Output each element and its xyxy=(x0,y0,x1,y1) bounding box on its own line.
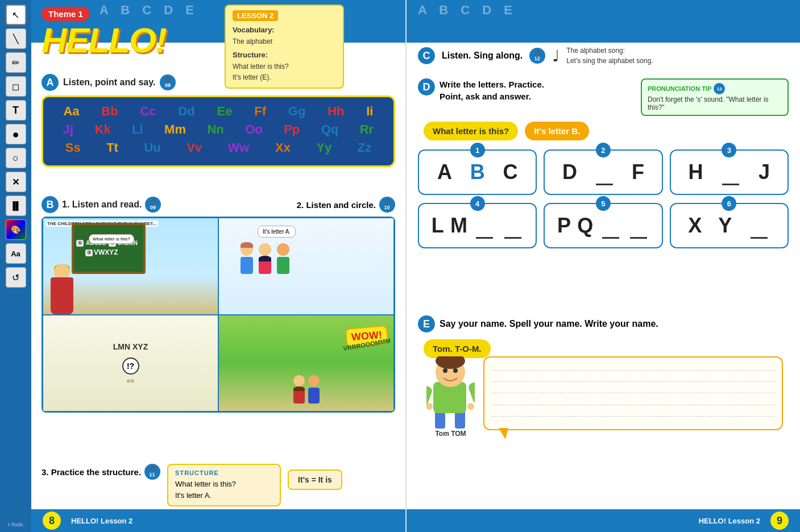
section-b-audio3[interactable]: 🎧11 xyxy=(144,464,160,480)
rotate-tool[interactable]: ↺ xyxy=(6,267,26,288)
oval-tool[interactable]: ○ xyxy=(6,148,26,168)
answer-bubble: It's letter B. xyxy=(525,122,589,140)
pronunciation-tip-label: PRONUNCIATION TIP 13 xyxy=(648,83,782,94)
kid-2 xyxy=(308,375,320,404)
letter-Ee: Ee xyxy=(217,104,232,119)
section-b-right: 2. Listen and circle. 🎧10 xyxy=(297,197,395,213)
section-e-header: E Say your name. Spell your name. Write … xyxy=(418,315,789,332)
student-1 xyxy=(241,243,253,274)
letter-grid-1: 1 A B C 2 D F 3 H xyxy=(418,149,789,195)
struct-line1: What letter is this? xyxy=(233,63,289,70)
alphabet-row-2: Jj Kk Ll Mm Nn Oo Pp Qq Rr xyxy=(52,122,384,137)
story-cell-1: THE CHILDREN ARE LEARNING THE ALPHABET..… xyxy=(43,218,218,315)
audio-12: 🎧12 xyxy=(534,50,541,61)
story-cell-3: LMN XYZ !? «» xyxy=(43,315,218,412)
box-num-4: 4 xyxy=(470,196,485,211)
students-area xyxy=(241,243,289,274)
audio-13: 13 xyxy=(717,86,722,92)
section-b-letter: B xyxy=(42,196,59,213)
letter-Ww: Ww xyxy=(228,140,250,155)
page-num-left-container: 8 HELLO! Lesson 2 xyxy=(43,512,138,530)
lb1-a: A xyxy=(437,160,452,184)
blackboard: ① ABCDE ② JKLMN ③ VWXYZ xyxy=(72,223,146,274)
letter-Aa: Aa xyxy=(63,104,79,119)
section-b-left: B 1. Listen and read. 🎧09 xyxy=(42,196,161,213)
write-line-2 xyxy=(491,381,775,382)
letter-Jj: Jj xyxy=(63,122,73,137)
section-e-title: Say your name. Spell your name. Write yo… xyxy=(440,319,658,329)
section-c-audio[interactable]: 🎧12 xyxy=(529,48,545,64)
page-num-right-container: HELLO! Lesson 2 9 xyxy=(693,512,789,530)
pron-audio[interactable]: 13 xyxy=(714,83,725,94)
section-a-title: Listen, point and say. xyxy=(63,77,155,88)
svg-point-7 xyxy=(443,368,447,373)
box-num-6: 6 xyxy=(722,196,736,211)
kid-1 xyxy=(293,375,305,404)
svg-rect-4 xyxy=(467,381,475,405)
section-b-audio2[interactable]: 🎧10 xyxy=(379,197,395,213)
struct-q: What letter is this? xyxy=(175,480,236,488)
letter-Cc: Cc xyxy=(140,104,156,119)
write-line-1 xyxy=(491,370,775,371)
section-c-letter: C xyxy=(418,47,435,64)
section-d-header: D Write the letters. Practice.Point, ask… xyxy=(418,78,789,116)
audio-08: 🎧08 xyxy=(165,77,171,88)
line-tool[interactable]: ╲ xyxy=(6,28,26,49)
pencil-tool[interactable]: ✏ xyxy=(6,52,26,73)
letter-Ss: Ss xyxy=(65,140,81,155)
teacher-body xyxy=(51,277,73,314)
lb4-m: M xyxy=(450,214,467,238)
song-line1: The alphabet song: xyxy=(566,45,653,56)
right-page: A B C D E C Listen. Sing along. 🎧12 ♩ Th… xyxy=(407,0,800,532)
lb4-l: L xyxy=(432,214,444,238)
letter-box-4: 4 L M xyxy=(418,203,537,248)
letter-Ff: Ff xyxy=(254,104,266,119)
letter-Tt: Tt xyxy=(106,140,118,155)
letter-Yy: Yy xyxy=(316,140,331,155)
section-e-letter: E xyxy=(418,315,435,332)
section-d-left: D Write the letters. Practice.Point, ask… xyxy=(418,78,635,102)
lb5-p: P xyxy=(557,214,571,238)
section-c: C Listen. Sing along. 🎧12 ♩ The alphabet… xyxy=(418,45,789,66)
lesson-tag: LESSON 2 xyxy=(233,10,278,21)
svg-point-8 xyxy=(453,368,458,373)
speech-bubble-1: What letter is this? xyxy=(89,234,134,244)
speech-bubble-2: It's letter A. xyxy=(258,226,296,238)
lb2-missing xyxy=(596,160,613,185)
box-num-2: 2 xyxy=(596,143,611,157)
write-box[interactable] xyxy=(483,356,783,430)
circle-tool[interactable]: ● xyxy=(6,124,26,144)
letter-Oo: Oo xyxy=(245,122,263,137)
cursor-tool[interactable]: ↖ xyxy=(6,5,26,25)
theme-badge: Theme 1 xyxy=(42,7,90,21)
tom-bubble: Tom. T-O-M. xyxy=(424,339,491,358)
colors-tool[interactable]: 🎨 xyxy=(6,219,26,240)
section-a-audio[interactable]: 🎧08 xyxy=(160,74,176,90)
bg-letters: A B C D E xyxy=(100,3,198,18)
font-tool[interactable]: Aa xyxy=(6,243,26,264)
speech-area: What letter is this? It's letter B. xyxy=(424,122,789,140)
left-page: A B C D E Theme 1 HELLO! LESSON 2 Vocabu… xyxy=(31,0,407,532)
exclaim-bubble: !? xyxy=(122,358,139,375)
right-bg-letters: A B C D E xyxy=(418,3,517,18)
lmn-text: LMN XYZ xyxy=(113,342,148,353)
text-tool[interactable]: T xyxy=(6,100,26,120)
eraser-tool[interactable]: ◻ xyxy=(6,76,26,97)
chart-tool[interactable]: ▐▌ xyxy=(6,196,26,216)
tom-figure: Tom TOM xyxy=(426,356,475,438)
speech1-text: What letter is this? xyxy=(93,236,130,242)
section-e: E Say your name. Spell your name. Write … xyxy=(418,315,789,436)
letter-Qq: Qq xyxy=(321,122,339,137)
vocab-text: The alphabet xyxy=(233,38,272,45)
lb2-f: F xyxy=(632,160,644,184)
its-badge: It's = It is xyxy=(288,469,342,490)
alphabet-box: Aa Bb Cc Dd Ee Ff Gg Hh Ii Jj Kk Ll xyxy=(42,95,395,167)
section-b-audio1[interactable]: 🎧09 xyxy=(145,197,161,213)
page-number-8: 8 xyxy=(43,512,61,530)
lb1-b: B xyxy=(470,160,485,184)
student-2 xyxy=(259,243,271,274)
write-line-4 xyxy=(491,405,775,405)
section-b: B 1. Listen and read. 🎧09 2. Listen and … xyxy=(42,196,395,413)
x-tool[interactable]: ✕ xyxy=(6,172,26,192)
song-text: The alphabet song: Let's sing the alphab… xyxy=(566,45,653,66)
